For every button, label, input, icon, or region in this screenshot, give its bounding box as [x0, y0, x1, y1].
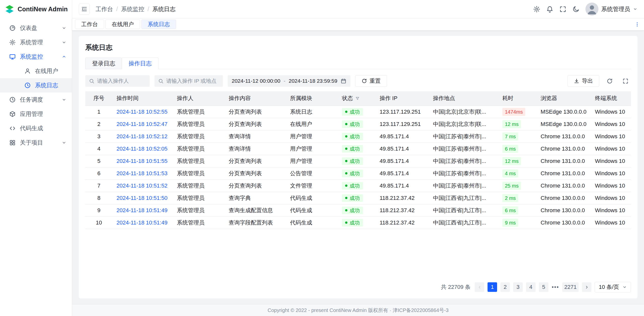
sidebar-item[interactable]: 系统监控	[0, 50, 72, 64]
cell-duration: 2 ms	[498, 192, 537, 204]
ip-search-field	[154, 75, 223, 87]
page-button[interactable]: 4	[526, 282, 536, 292]
monitor-icon	[9, 53, 16, 60]
log-tab[interactable]: 操作日志	[122, 58, 158, 69]
column-header: 终端系统	[591, 91, 631, 106]
fullscreen-icon[interactable]	[559, 6, 567, 13]
sidebar-collapse-button[interactable]	[79, 4, 90, 15]
time-link[interactable]: 2024-11-18 10:52:47	[116, 121, 168, 127]
log-table-header-row: 序号操作时间操作人操作内容所属模块状态操作 IP操作地点耗时浏览器终端系统	[85, 91, 631, 106]
notification-bell-icon[interactable]	[546, 6, 553, 13]
cell-os: Windows 10	[591, 155, 631, 167]
gear-icon	[9, 39, 16, 46]
cell-ip: 49.85.171.4	[376, 179, 429, 192]
chevron-down-icon	[633, 7, 637, 11]
cell-content: 分页查询列表	[225, 155, 286, 167]
app-root: ContiNew Admin 仪表盘系统管理系统监控在线用户系统日志任务调度应用…	[0, 0, 644, 316]
time-link[interactable]: 2024-11-18 10:52:12	[116, 133, 168, 140]
cell-ip: 49.85.171.4	[376, 167, 429, 179]
chevron-down-icon	[62, 26, 66, 30]
breadcrumb-item[interactable]: 系统日志	[152, 5, 176, 13]
last-page-button[interactable]: 2271	[562, 282, 579, 292]
status-badge: 成功	[342, 194, 363, 202]
operator-search-input[interactable]	[97, 78, 146, 84]
sidebar-subitem[interactable]: 在线用户	[0, 64, 72, 78]
filter-icon	[355, 96, 360, 101]
ip-search-input[interactable]	[166, 78, 219, 84]
nav-tab[interactable]: 在线用户	[105, 20, 140, 29]
cell-os: Windows 10	[591, 167, 631, 179]
sidebar-item[interactable]: 系统管理	[0, 35, 72, 50]
table-row: 82024-11-18 10:51:50系统管理员查询字典代码生成成功118.2…	[85, 192, 631, 204]
user-name: 系统管理员	[601, 5, 630, 13]
nav-tab[interactable]: 系统日志	[141, 20, 176, 29]
box-icon	[9, 111, 16, 117]
duration-badge: 12 ms	[502, 120, 521, 128]
page-button[interactable]: 5	[539, 282, 548, 292]
nav-tab[interactable]: 工作台	[75, 20, 104, 29]
table-refresh-button[interactable]	[604, 75, 615, 86]
table-fullscreen-button[interactable]	[620, 75, 631, 86]
breadcrumb-item[interactable]: 工作台	[96, 5, 113, 13]
column-header-label: 操作 IP	[380, 95, 397, 101]
sidebar-item-label: 关于项目	[20, 139, 58, 147]
time-link[interactable]: 2024-11-18 10:51:52	[116, 183, 168, 189]
pagination-ellipsis[interactable]: •••	[552, 284, 559, 290]
dark-mode-moon-icon[interactable]	[572, 6, 580, 13]
time-link[interactable]: 2024-11-18 10:51:53	[116, 170, 168, 176]
next-page-button[interactable]	[582, 282, 591, 292]
log-tab-label: 登录日志	[92, 60, 115, 67]
cell-content: 分页查询列表	[225, 106, 286, 118]
sidebar-item[interactable]: 任务调度	[0, 93, 72, 107]
sidebar-subitem[interactable]: 系统日志	[0, 78, 72, 93]
cell-content: 查询详情	[225, 130, 286, 143]
nav-tab-label: 工作台	[81, 21, 98, 28]
time-link[interactable]: 2024-11-18 10:51:49	[116, 207, 168, 213]
reset-button[interactable]: 重置	[355, 75, 387, 87]
time-link[interactable]: 2024-11-18 10:51:55	[116, 158, 168, 164]
column-header-label: 操作时间	[116, 95, 139, 101]
page-size-select[interactable]: 10 条/页	[595, 282, 631, 292]
prev-page-button[interactable]	[475, 282, 484, 292]
log-tab[interactable]: 登录日志	[85, 58, 122, 69]
cell-os: Windows 10	[591, 192, 631, 204]
settings-gear-icon[interactable]	[533, 6, 540, 13]
status-dot-icon	[345, 148, 347, 150]
date-start-value: 2024-11-12 00:00:00	[232, 78, 280, 84]
time-link[interactable]: 2024-11-18 10:52:05	[116, 146, 168, 152]
cell-operator: 系统管理员	[173, 143, 225, 155]
user-menu[interactable]: 系统管理员	[585, 3, 637, 16]
date-end-value: 2024-11-18 23:59:59	[289, 78, 337, 84]
status-badge: 成功	[342, 219, 363, 227]
cell-os: Windows 10	[591, 106, 631, 118]
cell-content: 分页查询列表	[225, 118, 286, 130]
time-link[interactable]: 2024-11-18 10:51:50	[116, 195, 168, 201]
time-link[interactable]: 2024-11-18 10:52:55	[116, 109, 168, 115]
tab-bar-more-icon[interactable]	[630, 22, 644, 27]
log-table-body: 12024-11-18 10:52:55系统管理员分页查询列表系统日志成功123…	[85, 106, 631, 229]
page-button[interactable]: 1	[488, 282, 497, 292]
cell-operator: 系统管理员	[173, 155, 225, 167]
time-link[interactable]: 2024-11-18 10:51:49	[116, 219, 168, 226]
page-title: 系统日志	[85, 43, 631, 52]
sidebar-subitem-label: 系统日志	[35, 81, 66, 89]
page-button[interactable]: 3	[513, 282, 523, 292]
logo[interactable]: ContiNew Admin	[0, 0, 72, 18]
cell-status: 成功	[338, 130, 376, 143]
sidebar-item[interactable]: 关于项目	[0, 136, 72, 150]
cell-status: 成功	[338, 143, 376, 155]
sidebar-item[interactable]: 仪表盘	[0, 21, 72, 35]
sidebar-item[interactable]: 代码生成	[0, 121, 72, 136]
cell-operator: 系统管理员	[173, 167, 225, 179]
cell-duration: 12 ms	[498, 118, 537, 130]
sidebar-item[interactable]: 应用管理	[0, 107, 72, 121]
log-tab-label: 操作日志	[129, 60, 152, 67]
cell-location: 中国|江西省|九江市|...	[429, 192, 498, 204]
cell-location: 中国|江苏省|泰州市|...	[429, 167, 498, 179]
breadcrumb-item[interactable]: 系统监控	[121, 5, 144, 13]
page-button[interactable]: 2	[500, 282, 510, 292]
calendar-icon	[341, 78, 346, 84]
export-button[interactable]: 导出	[568, 75, 599, 87]
date-range-picker[interactable]: 2024-11-12 00:00:00 - 2024-11-18 23:59:5…	[228, 75, 350, 87]
cell-module: 用户管理	[286, 130, 338, 143]
